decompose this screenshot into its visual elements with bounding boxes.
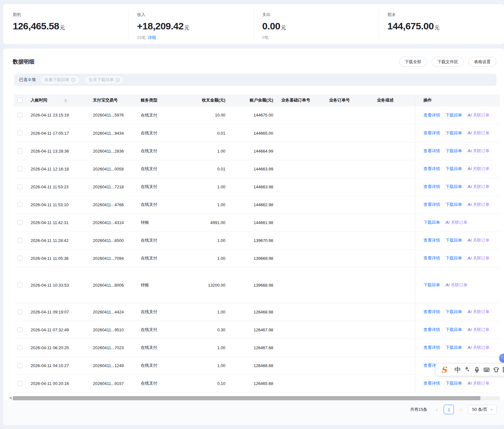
linked-order-link[interactable]: 关联订单 <box>473 184 490 189</box>
linked-order-link[interactable]: 关联订单 <box>473 238 490 243</box>
linked-order-action[interactable]: Ai关联订单 <box>468 238 490 243</box>
table-settings-button[interactable]: 表格设置 <box>468 57 496 67</box>
skin-shirt-icon[interactable] <box>491 365 501 374</box>
row-checkbox[interactable] <box>17 166 22 171</box>
row-checkbox[interactable] <box>17 256 22 261</box>
view-detail-link[interactable]: 查看详情 <box>424 184 440 189</box>
row-checkbox[interactable] <box>17 381 22 386</box>
download-receipt-link[interactable]: 下载回单 <box>446 166 462 171</box>
linked-order-action[interactable]: Ai关联订单 <box>468 148 490 153</box>
row-checkbox[interactable] <box>17 309 22 314</box>
row-checkbox[interactable] <box>17 345 22 350</box>
download-receipt-link[interactable]: 下载回单 <box>446 238 462 243</box>
linked-order-link[interactable]: 关联订单 <box>473 309 490 314</box>
download-receipt-link[interactable]: 下载回单 <box>424 282 440 287</box>
linked-order-action[interactable]: Ai关联订单 <box>468 202 490 207</box>
linked-order-action[interactable]: Ai关联订单 <box>446 282 468 287</box>
download-receipt-link[interactable]: 下载回单 <box>446 309 462 314</box>
scrollbar-track[interactable] <box>13 396 500 400</box>
punctuation-mode-icon[interactable] <box>463 365 472 374</box>
linked-order-link[interactable]: 关联订单 <box>473 327 490 332</box>
linked-order-link[interactable]: 关联订单 <box>473 381 490 386</box>
view-detail-link[interactable]: 查看详情 <box>424 113 440 117</box>
row-checkbox[interactable] <box>17 184 22 189</box>
prev-page-button[interactable]: ‹ <box>434 407 439 412</box>
income-detail-link[interactable]: 详细 <box>148 35 156 40</box>
sogou-logo-icon[interactable]: S <box>439 365 449 374</box>
toolbox-grid-icon[interactable] <box>501 365 504 374</box>
download-receipt-link[interactable]: 下载回单 <box>446 131 462 135</box>
linked-order-link[interactable]: 关联订单 <box>473 345 490 350</box>
linked-order-link[interactable]: 关联订单 <box>473 148 490 153</box>
row-checkbox[interactable] <box>17 148 22 154</box>
cell-time: 2026-04-11 12:16:18 <box>27 160 89 178</box>
row-checkbox[interactable] <box>17 363 22 368</box>
cell-desc <box>373 357 415 374</box>
linked-order-link[interactable]: 关联订单 <box>473 256 490 260</box>
scrollbar-thumb[interactable] <box>13 396 480 400</box>
next-page-button[interactable]: › <box>458 407 463 412</box>
row-checkbox[interactable] <box>17 113 22 118</box>
table-row: 2026-04-11 00:20:1620260411...9157在线支付0.… <box>14 374 500 392</box>
sort-icon[interactable] <box>64 99 67 102</box>
view-detail-link[interactable]: 查看详情 <box>424 202 440 207</box>
download-receipt-link[interactable]: 下载回单 <box>446 148 462 153</box>
linked-order-link[interactable]: 关联订单 <box>473 202 490 207</box>
linked-order-action[interactable]: Ai关联订单 <box>468 131 490 135</box>
scroll-left-arrow-icon[interactable] <box>10 396 11 400</box>
download-receipt-link[interactable]: 下载回单 <box>446 113 462 117</box>
linked-order-action[interactable]: Ai关联订单 <box>468 166 490 171</box>
download-receipt-link[interactable]: 下载回单 <box>446 381 462 386</box>
linked-order-action[interactable]: Ai关联订单 <box>468 113 490 117</box>
download-receipt-link[interactable]: 下载回单 <box>424 220 440 225</box>
linked-order-action[interactable]: Ai关联订单 <box>468 345 490 350</box>
page-size-select[interactable]: 50 条/页 ▼ <box>468 405 497 414</box>
row-checkbox[interactable] <box>17 238 22 243</box>
view-detail-link[interactable]: 查看详情 <box>424 309 440 314</box>
download-receipt-link[interactable]: 下载回单 <box>446 202 462 207</box>
table-header-row: 入账时间支付宝交易号账务类型收支金额(元)账户余额(元)业务基础订单号业务订单号… <box>14 94 500 106</box>
linked-order-link[interactable]: 关联订单 <box>473 166 490 171</box>
row-checkbox[interactable] <box>17 327 22 332</box>
linked-order-action[interactable]: Ai关联订单 <box>468 184 490 189</box>
linked-order-action[interactable]: Ai关联订单 <box>446 220 468 225</box>
batch-download-receipt-button[interactable]: 批量下载回单 <box>40 75 80 85</box>
download-filezone-button[interactable]: 下载文件区 <box>432 57 464 67</box>
cell-type: 在线支付 <box>137 106 182 124</box>
view-detail-link[interactable]: 查看详情 <box>424 166 440 171</box>
microphone-icon[interactable] <box>472 365 482 374</box>
row-select-cell <box>14 339 27 357</box>
select-all-checkbox[interactable] <box>17 98 22 103</box>
view-detail-link[interactable]: 查看详情 <box>424 345 440 350</box>
view-detail-link[interactable]: 查看详情 <box>424 148 440 153</box>
linked-order-link[interactable]: 关联订单 <box>473 113 490 117</box>
view-detail-link[interactable]: 查看详情 <box>424 238 440 243</box>
view-detail-link[interactable]: 查看详情 <box>424 327 440 332</box>
linked-order-link[interactable]: 关联订单 <box>451 282 468 287</box>
cell-base-order <box>278 142 326 160</box>
ime-language-mode-button[interactable]: 中 <box>453 365 463 374</box>
view-detail-link[interactable]: 查看详情 <box>424 381 440 386</box>
linked-order-action[interactable]: Ai关联订单 <box>468 309 490 314</box>
download-receipt-link[interactable]: 下载回单 <box>446 327 462 332</box>
merge-download-receipt-button[interactable]: 合并下载回单 <box>84 75 124 85</box>
keyboard-icon[interactable] <box>482 365 491 374</box>
selection-count-text: 已选0项 <box>19 77 36 83</box>
row-checkbox[interactable] <box>17 131 22 136</box>
download-receipt-link[interactable]: 下载回单 <box>446 345 462 350</box>
linked-order-link[interactable]: 关联订单 <box>473 131 490 135</box>
horizontal-scrollbar[interactable] <box>10 396 500 400</box>
view-detail-link[interactable]: 查看详情 <box>424 256 440 260</box>
linked-order-action[interactable]: Ai关联订单 <box>468 381 490 386</box>
download-all-button[interactable]: 下载全部 <box>399 57 427 67</box>
view-detail-link[interactable]: 查看详情 <box>424 131 440 135</box>
linked-order-action[interactable]: Ai关联订单 <box>468 256 490 260</box>
linked-order-action[interactable]: Ai关联订单 <box>468 327 490 332</box>
download-receipt-link[interactable]: 下载回单 <box>446 256 462 260</box>
row-checkbox[interactable] <box>17 202 22 207</box>
row-checkbox[interactable] <box>17 220 22 225</box>
linked-order-link[interactable]: 关联订单 <box>451 220 468 225</box>
current-page-button[interactable]: 1 <box>444 405 454 414</box>
row-checkbox[interactable] <box>17 282 22 288</box>
download-receipt-link[interactable]: 下载回单 <box>446 184 462 189</box>
